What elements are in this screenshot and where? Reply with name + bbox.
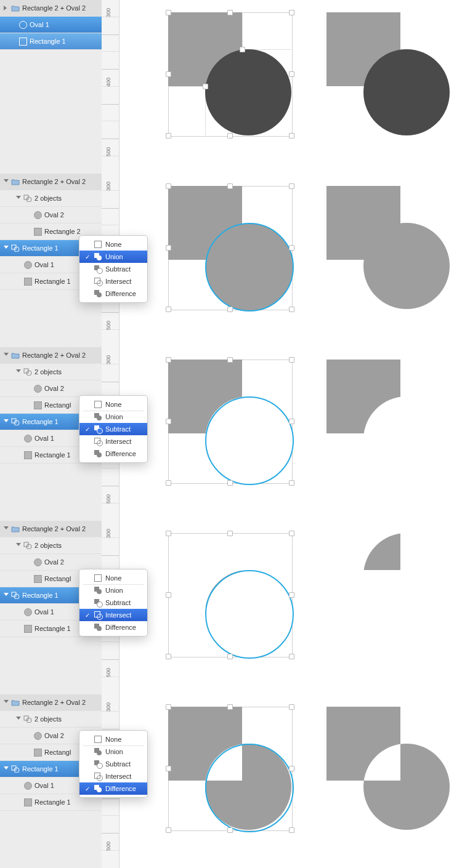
resize-handle[interactable] bbox=[166, 133, 171, 139]
shape-oval-selected[interactable] bbox=[205, 744, 294, 832]
resize-handle[interactable] bbox=[289, 71, 294, 77]
resize-handle[interactable] bbox=[289, 10, 294, 15]
menu-item-subtract[interactable]: Subtract bbox=[79, 758, 147, 770]
layer-row[interactable]: Oval 2 bbox=[0, 380, 102, 397]
selection-stage[interactable] bbox=[168, 12, 291, 135]
resize-handle[interactable] bbox=[166, 531, 171, 536]
layer-row[interactable]: Oval 2 bbox=[0, 554, 102, 571]
disclosure-down-icon[interactable] bbox=[15, 542, 21, 549]
resize-handle[interactable] bbox=[289, 183, 294, 189]
menu-item-none[interactable]: None bbox=[79, 733, 147, 745]
resize-handle[interactable] bbox=[166, 766, 171, 771]
selection-stage[interactable] bbox=[168, 186, 291, 309]
resize-handle[interactable] bbox=[203, 84, 208, 89]
resize-handle[interactable] bbox=[227, 480, 233, 486]
resize-handle[interactable] bbox=[289, 307, 294, 312]
menu-item-subtract[interactable]: Subtract bbox=[79, 263, 147, 275]
boolean-op-menu[interactable]: None Union Subtract Intersect ✓Differenc… bbox=[79, 730, 148, 798]
menu-item-difference[interactable]: Difference bbox=[79, 621, 147, 633]
layer-row[interactable]: Oval 1 bbox=[0, 17, 102, 33]
shape-oval-selected[interactable] bbox=[205, 223, 294, 311]
resize-handle[interactable] bbox=[227, 307, 233, 312]
disclosure-down-icon[interactable] bbox=[2, 526, 9, 532]
resize-handle[interactable] bbox=[240, 47, 245, 52]
layer-row[interactable]: 2 objects bbox=[0, 711, 102, 728]
resize-handle[interactable] bbox=[166, 183, 171, 189]
menu-item-intersect[interactable]: Intersect bbox=[79, 435, 147, 448]
resize-handle[interactable] bbox=[166, 654, 171, 659]
resize-handle[interactable] bbox=[289, 592, 294, 598]
canvas[interactable] bbox=[119, 0, 462, 174]
shape-oval-selected[interactable] bbox=[205, 396, 294, 485]
resize-handle[interactable] bbox=[166, 592, 171, 598]
resize-handle[interactable] bbox=[289, 531, 294, 536]
resize-handle[interactable] bbox=[227, 183, 233, 189]
resize-handle[interactable] bbox=[289, 654, 294, 659]
resize-handle[interactable] bbox=[166, 307, 171, 312]
resize-handle[interactable] bbox=[166, 71, 171, 77]
menu-item-none[interactable]: None bbox=[79, 238, 147, 251]
layer-row[interactable]: Rectangle 2 + Oval 2 bbox=[0, 347, 102, 364]
disclosure-down-icon[interactable] bbox=[2, 766, 9, 772]
disclosure-down-icon[interactable] bbox=[2, 245, 9, 251]
menu-item-union[interactable]: Union bbox=[79, 411, 147, 423]
resize-handle[interactable] bbox=[166, 704, 171, 710]
menu-item-intersect[interactable]: ✓Intersect bbox=[79, 609, 147, 621]
menu-item-union[interactable]: Union bbox=[79, 745, 147, 758]
disclosure-down-icon[interactable] bbox=[2, 352, 9, 358]
disclosure-right-icon[interactable] bbox=[2, 5, 9, 11]
disclosure-down-icon[interactable] bbox=[15, 716, 21, 722]
selection-stage[interactable] bbox=[168, 360, 291, 483]
canvas[interactable] bbox=[119, 694, 462, 868]
disclosure-down-icon[interactable] bbox=[2, 592, 9, 598]
canvas[interactable] bbox=[119, 347, 462, 521]
disclosure-down-icon[interactable] bbox=[2, 419, 9, 425]
layer-row[interactable]: Rectangle 2 + Oval 2 bbox=[0, 694, 102, 711]
resize-handle[interactable] bbox=[166, 357, 171, 363]
resize-handle[interactable] bbox=[227, 827, 233, 833]
disclosure-down-icon[interactable] bbox=[2, 699, 9, 705]
canvas[interactable] bbox=[119, 521, 462, 694]
menu-item-difference[interactable]: Difference bbox=[79, 287, 147, 300]
resize-handle[interactable] bbox=[289, 419, 294, 424]
resize-handle[interactable] bbox=[227, 10, 233, 15]
disclosure-down-icon[interactable] bbox=[15, 195, 21, 201]
layer-row[interactable]: Rectangle 2 + Oval 2 bbox=[0, 521, 102, 537]
menu-item-union[interactable]: ✓Union bbox=[79, 251, 147, 263]
resize-handle[interactable] bbox=[289, 480, 294, 486]
layer-row[interactable]: Rectangle 2 + Oval 2 bbox=[0, 0, 102, 17]
selection-stage[interactable] bbox=[168, 533, 291, 656]
resize-handle[interactable] bbox=[289, 827, 294, 833]
menu-item-none[interactable]: None bbox=[79, 572, 147, 584]
canvas[interactable] bbox=[119, 174, 462, 347]
layer-row[interactable]: Rectangle 1 bbox=[0, 33, 102, 50]
resize-handle[interactable] bbox=[227, 654, 233, 659]
resize-handle[interactable] bbox=[289, 245, 294, 251]
resize-handle[interactable] bbox=[227, 357, 233, 363]
resize-handle[interactable] bbox=[289, 357, 294, 363]
resize-handle[interactable] bbox=[227, 133, 233, 139]
menu-item-none[interactable]: None bbox=[79, 398, 147, 411]
selection-stage[interactable] bbox=[168, 707, 291, 830]
resize-handle[interactable] bbox=[166, 480, 171, 486]
menu-item-subtract[interactable]: ✓Subtract bbox=[79, 423, 147, 435]
layer-row[interactable]: 2 objects bbox=[0, 190, 102, 207]
menu-item-intersect[interactable]: Intersect bbox=[79, 275, 147, 287]
menu-item-difference[interactable]: ✓Difference bbox=[79, 782, 147, 795]
resize-handle[interactable] bbox=[289, 766, 294, 771]
resize-handle[interactable] bbox=[227, 704, 233, 710]
resize-handle[interactable] bbox=[227, 531, 233, 536]
menu-item-subtract[interactable]: Subtract bbox=[79, 597, 147, 609]
boolean-op-menu[interactable]: None ✓Union Subtract Intersect Differenc… bbox=[79, 235, 148, 303]
shape-oval[interactable] bbox=[205, 49, 291, 135]
resize-handle[interactable] bbox=[289, 704, 294, 710]
layer-row[interactable]: 2 objects bbox=[0, 537, 102, 554]
disclosure-down-icon[interactable] bbox=[15, 369, 21, 375]
boolean-op-menu[interactable]: None Union Subtract ✓Intersect Differenc… bbox=[79, 569, 148, 637]
disclosure-down-icon[interactable] bbox=[2, 179, 9, 185]
layer-row[interactable]: Oval 2 bbox=[0, 207, 102, 223]
resize-handle[interactable] bbox=[166, 827, 171, 833]
shape-oval-selected[interactable] bbox=[205, 570, 294, 659]
resize-handle[interactable] bbox=[166, 245, 171, 251]
resize-handle[interactable] bbox=[166, 419, 171, 424]
